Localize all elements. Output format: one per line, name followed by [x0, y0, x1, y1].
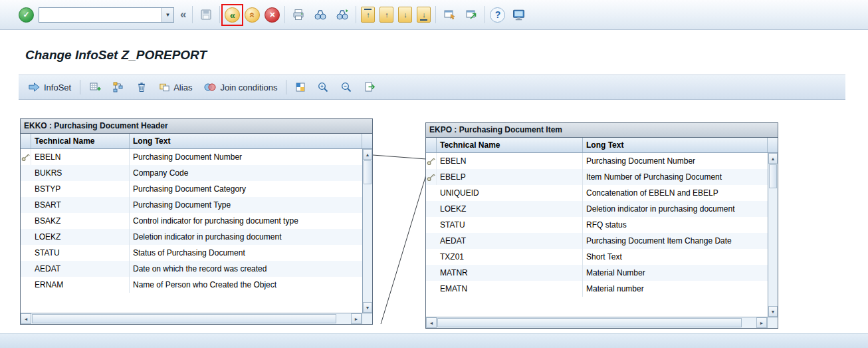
- field-long-text: RFQ status: [583, 217, 768, 233]
- join-conditions-button[interactable]: Join conditions: [201, 81, 280, 94]
- key-icon: [21, 149, 31, 165]
- alias-button[interactable]: Alias: [156, 81, 195, 94]
- table-panel-ekko: EKKO : Purchasing Document Header Techni…: [20, 118, 373, 325]
- export-button[interactable]: [361, 80, 378, 94]
- hierarchy-button[interactable]: [110, 80, 127, 94]
- table-row[interactable]: BUKRS Company Code: [21, 165, 362, 181]
- table-row[interactable]: EBELN Purchasing Document Number: [21, 149, 362, 165]
- scroll-left-icon[interactable]: ◄: [21, 313, 31, 324]
- toolbar-separator: [485, 6, 485, 23]
- field-technical-name: ERNAM: [31, 277, 130, 293]
- table-row[interactable]: EBELP Item Number of Purchasing Document: [426, 169, 768, 185]
- insert-table-button[interactable]: [86, 80, 104, 94]
- table-row[interactable]: UNIQUEID Concatenation of EBELN and EBEL…: [426, 185, 768, 201]
- table-row[interactable]: TXZ01 Short Text: [426, 249, 768, 265]
- field-long-text: Purchasing Document Number: [130, 149, 362, 165]
- export-icon: [364, 81, 376, 93]
- vertical-scrollbar: ▲ ▼: [362, 149, 372, 313]
- first-page-icon[interactable]: ↑: [361, 7, 375, 23]
- scroll-up-icon[interactable]: ▲: [768, 153, 778, 164]
- table-row[interactable]: BSTYP Purchasing Document Category: [21, 181, 362, 197]
- panel-title-ekko[interactable]: EKKO : Purchasing Document Header: [21, 119, 372, 134]
- color-legend-button[interactable]: [292, 81, 308, 94]
- scrollbar-track: [768, 188, 778, 306]
- help-icon[interactable]: ?: [490, 7, 505, 23]
- table-row[interactable]: BSAKZ Control indicator for purchasing d…: [21, 213, 362, 229]
- scrollbar-thumb[interactable]: [32, 314, 336, 323]
- sap-infoset-join-editor: ✓ ▼ « « « ✕ ↑ ↑ ↓ ↓: [0, 0, 868, 348]
- last-page-icon[interactable]: ↓: [417, 7, 431, 23]
- table-row[interactable]: ERNAM Name of Person who Created the Obj…: [21, 277, 362, 293]
- insert-table-icon: [89, 81, 101, 93]
- field-technical-name: BSTYP: [31, 181, 130, 197]
- horizontal-scrollbar: ◄ ►: [426, 317, 778, 328]
- field-long-text: Concatenation of EBELN and EBELP: [583, 185, 768, 201]
- header-corner: [362, 134, 372, 148]
- previous-page-icon[interactable]: ↑: [380, 7, 393, 23]
- table-row[interactable]: MATNR Material Number: [426, 265, 768, 281]
- key-column-header: [21, 134, 31, 148]
- scroll-down-icon[interactable]: ▼: [768, 306, 778, 317]
- collapse-toolbar-icon[interactable]: «: [179, 8, 187, 21]
- scroll-down-icon[interactable]: ▼: [363, 302, 372, 313]
- cancel-icon[interactable]: ✕: [265, 7, 280, 23]
- zoom-out-button[interactable]: [338, 80, 355, 94]
- table-rows-ekpo: EBELN Purchasing Document Number EBELP I…: [426, 153, 768, 317]
- print-icon[interactable]: [290, 6, 307, 23]
- command-field-dropdown-button[interactable]: ▼: [162, 8, 173, 22]
- table-row[interactable]: LOEKZ Deletion indicator in purchasing d…: [21, 229, 362, 245]
- system-toolbar: ✓ ▼ « « « ✕ ↑ ↑ ↓ ↓: [0, 0, 868, 30]
- field-long-text: Item Number of Purchasing Document: [583, 169, 768, 185]
- dropdown-arrow-icon: ▼: [165, 12, 171, 18]
- infoset-button[interactable]: InfoSet: [25, 81, 74, 94]
- table-row[interactable]: STATU Status of Purchasing Document: [21, 245, 362, 261]
- table-row[interactable]: EMATN Material number: [426, 281, 768, 297]
- table-row[interactable]: BSART Purchasing Document Type: [21, 197, 362, 213]
- key-icon: [426, 169, 437, 185]
- application-toolbar: InfoSet Alias Join conditions: [19, 75, 845, 100]
- scroll-up-icon[interactable]: ▲: [363, 149, 372, 160]
- find-next-icon[interactable]: [334, 6, 351, 23]
- table-row[interactable]: STATU RFQ status: [426, 217, 768, 233]
- table-row[interactable]: EBELN Purchasing Document Number: [426, 153, 768, 169]
- customize-local-layout-icon[interactable]: [510, 6, 527, 23]
- table-row[interactable]: LOEKZ Deletion indicator in purchasing d…: [426, 201, 768, 217]
- field-technical-name: BSART: [31, 197, 130, 213]
- create-shortcut-icon[interactable]: [463, 6, 480, 23]
- field-long-text: Short Text: [583, 249, 768, 265]
- field-technical-name: TXZ01: [437, 249, 583, 265]
- scrollbar-thumb[interactable]: [437, 318, 742, 327]
- header-corner: [768, 138, 778, 152]
- field-technical-name: EBELN: [437, 153, 583, 169]
- join-workspace: EKKO : Purchasing Document Header Techni…: [0, 100, 868, 348]
- key-column-header: [426, 138, 437, 152]
- new-session-icon[interactable]: [441, 6, 458, 23]
- field-technical-name: LOEKZ: [31, 229, 130, 245]
- infoset-arrow-icon: [28, 82, 41, 92]
- field-technical-name: EBELP: [437, 169, 583, 185]
- delete-button[interactable]: [133, 80, 150, 94]
- exit-icon[interactable]: «: [245, 7, 260, 23]
- column-header-row: Technical Name Long Text: [21, 134, 372, 149]
- table-row[interactable]: AEDAT Purchasing Document Item Change Da…: [426, 233, 768, 249]
- next-page-icon[interactable]: ↓: [398, 7, 412, 23]
- find-icon[interactable]: [312, 6, 329, 23]
- panel-title-ekpo[interactable]: EKPO : Purchasing Document Item: [426, 123, 778, 138]
- field-long-text: Company Code: [130, 165, 362, 181]
- save-icon[interactable]: [197, 6, 215, 23]
- bar: [364, 9, 372, 10]
- join-line-ebelp[interactable]: [381, 175, 426, 324]
- zoom-in-button[interactable]: [314, 80, 332, 94]
- command-field-input[interactable]: [39, 8, 162, 22]
- scroll-right-icon[interactable]: ►: [756, 317, 767, 328]
- back-icon[interactable]: «: [225, 7, 240, 23]
- scroll-right-icon[interactable]: ►: [351, 313, 362, 324]
- scrollbar-track: [336, 313, 351, 324]
- scrollbar-thumb[interactable]: [769, 164, 777, 188]
- scrollbar-thumb[interactable]: [364, 160, 372, 184]
- table-row[interactable]: AEDAT Date on which the record was creat…: [21, 261, 362, 277]
- field-long-text: Status of Purchasing Document: [130, 245, 362, 261]
- scroll-left-icon[interactable]: ◄: [426, 317, 437, 328]
- join-line-ebeln[interactable]: [373, 155, 426, 159]
- enter-icon[interactable]: ✓: [19, 7, 34, 23]
